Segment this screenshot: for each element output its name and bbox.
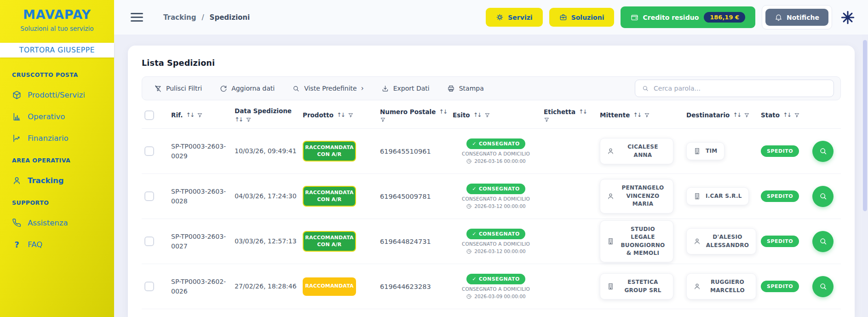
chevron-right-icon: › [361,84,364,92]
refresh-icon [219,85,227,92]
row-checkbox[interactable] [144,146,154,156]
filter-icon[interactable] [197,112,203,118]
sort-icon[interactable]: ↑↓ [733,111,741,119]
check-icon: ✓ [472,231,477,237]
esito-cell: ✓ CONSEGNATO CONSEGNATO A DOMICILIO 2026… [453,274,539,300]
filter-icon[interactable] [544,117,550,123]
export-dati-button[interactable]: Export Dati [381,85,430,92]
menu-toggle-button[interactable] [131,13,143,22]
viste-predefinite-button[interactable]: Viste Predefinite › [292,84,363,92]
product-badge: RACCOMANDATA CON A/R [303,231,356,252]
esito-badge: ✓ CONSEGNATO [466,274,525,284]
check-icon: ✓ [472,186,477,192]
pulisci-filtri-button[interactable]: Pulisci Filtri [154,85,202,92]
clock-icon [466,294,472,300]
sort-icon[interactable]: ↑↓ [579,108,586,116]
column-header-destinatario: Destinatario ↑↓ [686,111,756,119]
nav-section-area-operativa: AREA OPERATIVA [12,157,102,164]
table-row: SP-TP0003-2603-0028 04/03/26, 17:24:30 R… [142,174,841,219]
printer-icon [447,85,455,92]
aggiorna-dati-button[interactable]: Aggiorna dati [219,85,275,92]
row-detail-button[interactable] [812,276,834,297]
column-header-etichetta: Etichetta ↑↓ [544,108,595,123]
clock-icon [466,158,472,164]
person-icon [12,176,22,185]
filter-icon[interactable] [348,112,354,118]
search-icon [292,85,300,92]
esito-cell: ✓ CONSEGNATO CONSEGNATO A DOMICILIO 2026… [453,184,539,209]
esito-detail: CONSEGNATO A DOMICILIO [462,196,530,202]
select-all-checkbox[interactable] [144,110,154,120]
filter-icon[interactable] [246,117,252,123]
sidebar-item-label: Tracking [28,176,64,185]
numero-postale-cell: 619644824731 [380,238,448,245]
sidebar-item-prodotti-servizi[interactable]: Prodotti/Servizi [12,90,102,100]
data-spedizione-cell: 03/03/26, 12:57:13 [235,236,298,246]
current-user[interactable]: TORTORA GIUSEPPE [0,43,114,58]
sort-icon[interactable]: ↑↓ [439,108,447,116]
sidebar-item-assistenza[interactable]: Assistenza [12,218,102,228]
column-header-mittente: Mittente ↑↓ [600,111,682,119]
table-row: SP-TP0003-2602-0026 27/02/26, 18:28:46 R… [142,264,841,309]
soluzioni-button[interactable]: Soluzioni [549,8,615,27]
table-header-row: Rif. ↑↓ Data Spedizione ↑↓ Prodotto ↑↓ N… [142,102,841,129]
row-checkbox[interactable] [144,282,154,291]
breadcrumb-tracking[interactable]: Tracking [163,13,196,22]
sidebar-item-finanziario[interactable]: Finanziario [12,133,102,143]
building-icon [693,192,701,200]
row-detail-button[interactable] [812,141,834,162]
credito-residuo-value: 186,19 € [704,12,745,23]
scrollbar-thumb[interactable] [863,40,867,211]
mittente-card[interactable]: ESTETICA GROUP SRL [600,273,673,300]
servizi-button[interactable]: Servizi [486,8,542,27]
sort-icon[interactable]: ↑↓ [783,111,791,119]
brand-tagline: Soluzioni al tuo servizio [0,25,114,32]
sort-icon[interactable]: ↑↓ [235,116,242,124]
row-detail-button[interactable] [812,186,834,207]
destinatario-card[interactable]: RUGGIERO MARCELLO [686,273,756,300]
data-spedizione-cell: 27/02/26, 18:28:46 [235,282,298,291]
destinatario-card[interactable]: I.CAR S.R.L [686,187,749,205]
esito-badge: ✓ CONSEGNATO [466,184,525,194]
row-checkbox[interactable] [144,191,154,201]
stampa-button[interactable]: Stampa [447,85,484,92]
sort-icon[interactable]: ↑↓ [633,111,641,119]
esito-cell: ✓ CONSEGNATO CONSEGNATO A DOMICILIO 2026… [453,138,539,164]
question-icon: ? [12,240,22,249]
destinatario-card[interactable]: D'ALESIO ALESSANDRO [686,228,756,254]
credito-residuo-button[interactable]: Credito residuo 186,19 € [621,6,755,28]
notifiche-button[interactable]: Notifiche [765,9,828,26]
sidebar-item-faq[interactable]: ? FAQ [12,240,102,249]
sort-icon[interactable]: ↑↓ [186,111,194,119]
esito-detail: CONSEGNATO A DOMICILIO [462,286,530,292]
row-detail-button[interactable] [812,231,834,252]
sort-icon[interactable]: ↑↓ [473,111,481,119]
wallet-icon [631,13,638,21]
filter-off-icon [154,85,162,92]
destinatario-card[interactable]: TIM [686,142,724,160]
sidebar-item-tracking[interactable]: Tracking [12,176,102,185]
esito-detail: CONSEGNATO A DOMICILIO [462,241,530,247]
column-header-rif: Rif. ↑↓ [171,111,230,119]
sidebar-item-label: FAQ [28,240,42,249]
row-checkbox[interactable] [144,236,154,246]
search-icon [819,192,828,201]
filter-icon[interactable] [794,112,800,118]
filter-icon[interactable] [484,112,490,118]
mittente-card[interactable]: CICALESE ANNA [600,138,673,164]
vertical-scrollbar[interactable] [862,35,868,317]
mittente-card[interactable]: STUDIO LEGALE BUONGIORNO & MEMOLI [600,220,673,263]
mittente-card[interactable]: PENTANGELO VINCENZO MARIA [600,179,673,213]
clock-icon [466,248,472,254]
ornament-icon [839,8,857,27]
filter-icon[interactable] [744,112,750,118]
breadcrumb-separator: / [202,13,204,22]
filter-icon[interactable] [380,117,386,123]
column-header-data-spedizione: Data Spedizione ↑↓ [235,107,298,124]
nav-section-cruscotto-posta: CRUSCOTTO POSTA [12,71,102,78]
sidebar-item-label: Assistenza [28,219,68,227]
filter-icon[interactable] [644,112,650,118]
search-input[interactable] [654,85,827,92]
sidebar-item-operativo[interactable]: Operativo [12,112,102,121]
sort-icon[interactable]: ↑↓ [337,111,345,119]
